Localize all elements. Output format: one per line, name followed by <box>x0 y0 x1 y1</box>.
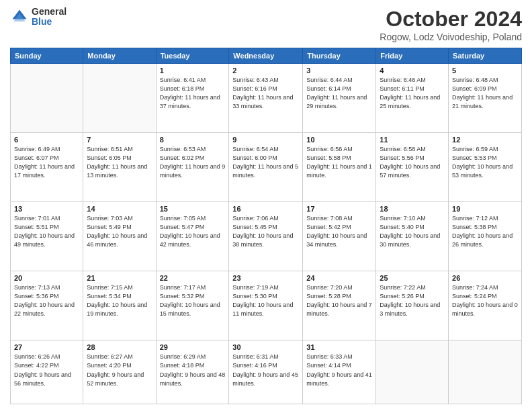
title-block: October 2024 Rogow, Lodz Voivodeship, Po… <box>380 7 522 42</box>
day-number: 28 <box>87 343 152 351</box>
calendar-week-row: 6Sunrise: 6:49 AMSunset: 6:07 PMDaylight… <box>11 133 522 202</box>
table-row: 2Sunrise: 6:43 AMSunset: 6:16 PMDaylight… <box>229 64 303 133</box>
logo: General Blue <box>10 7 66 28</box>
col-thursday: Thursday <box>303 48 376 64</box>
col-friday: Friday <box>376 48 449 64</box>
location: Rogow, Lodz Voivodeship, Poland <box>380 32 522 42</box>
col-saturday: Saturday <box>449 48 522 64</box>
table-row: 31Sunrise: 6:33 AMSunset: 4:14 PMDayligh… <box>303 340 376 404</box>
day-number: 20 <box>14 274 79 282</box>
logo-general-text: General <box>32 7 66 17</box>
calendar-week-row: 20Sunrise: 7:13 AMSunset: 5:36 PMDayligh… <box>11 271 522 340</box>
table-row: 28Sunrise: 6:27 AMSunset: 4:20 PMDayligh… <box>83 340 156 404</box>
month-title: October 2024 <box>380 7 522 32</box>
day-number: 29 <box>160 343 226 351</box>
table-row <box>83 64 156 133</box>
day-number: 31 <box>306 343 372 351</box>
day-detail: Sunrise: 6:26 AMSunset: 4:22 PMDaylight:… <box>14 353 79 387</box>
table-row: 3Sunrise: 6:44 AMSunset: 6:14 PMDaylight… <box>303 64 376 133</box>
calendar-table: Sunday Monday Tuesday Wednesday Thursday… <box>10 48 522 404</box>
day-number: 3 <box>306 66 372 75</box>
day-detail: Sunrise: 7:15 AMSunset: 5:34 PMDaylight:… <box>87 283 152 318</box>
logo-icon <box>10 7 29 26</box>
day-number: 11 <box>380 136 445 144</box>
table-row: 15Sunrise: 7:05 AMSunset: 5:47 PMDayligh… <box>156 202 229 271</box>
day-detail: Sunrise: 6:33 AMSunset: 4:14 PMDaylight:… <box>306 353 372 387</box>
table-row <box>11 64 83 133</box>
day-detail: Sunrise: 7:03 AMSunset: 5:49 PMDaylight:… <box>87 214 152 249</box>
table-row: 22Sunrise: 7:17 AMSunset: 5:32 PMDayligh… <box>156 271 229 340</box>
day-number: 5 <box>452 66 518 75</box>
day-detail: Sunrise: 7:08 AMSunset: 5:42 PMDaylight:… <box>306 214 372 249</box>
table-row: 1Sunrise: 6:41 AMSunset: 6:18 PMDaylight… <box>156 64 229 133</box>
calendar-week-row: 27Sunrise: 6:26 AMSunset: 4:22 PMDayligh… <box>11 340 522 404</box>
day-number: 10 <box>306 136 372 144</box>
day-number: 9 <box>232 136 299 144</box>
table-row: 7Sunrise: 6:51 AMSunset: 6:05 PMDaylight… <box>83 133 156 202</box>
day-detail: Sunrise: 7:12 AMSunset: 5:38 PMDaylight:… <box>452 214 518 249</box>
day-number: 23 <box>232 274 299 282</box>
day-number: 7 <box>87 136 152 144</box>
col-sunday: Sunday <box>11 48 83 64</box>
day-detail: Sunrise: 7:17 AMSunset: 5:32 PMDaylight:… <box>160 283 226 318</box>
day-detail: Sunrise: 6:27 AMSunset: 4:20 PMDaylight:… <box>87 353 152 387</box>
table-row: 16Sunrise: 7:06 AMSunset: 5:45 PMDayligh… <box>229 202 303 271</box>
day-number: 8 <box>160 136 226 144</box>
day-number: 12 <box>452 136 518 144</box>
col-wednesday: Wednesday <box>229 48 303 64</box>
day-detail: Sunrise: 7:10 AMSunset: 5:40 PMDaylight:… <box>380 214 445 249</box>
table-row: 30Sunrise: 6:31 AMSunset: 4:16 PMDayligh… <box>229 340 303 404</box>
table-row: 5Sunrise: 6:48 AMSunset: 6:09 PMDaylight… <box>449 64 522 133</box>
table-row: 27Sunrise: 6:26 AMSunset: 4:22 PMDayligh… <box>11 340 83 404</box>
day-detail: Sunrise: 6:43 AMSunset: 6:16 PMDaylight:… <box>232 76 299 111</box>
logo-blue-text: Blue <box>32 17 66 27</box>
day-detail: Sunrise: 6:54 AMSunset: 6:00 PMDaylight:… <box>232 145 299 180</box>
day-detail: Sunrise: 6:58 AMSunset: 5:56 PMDaylight:… <box>380 145 445 180</box>
day-number: 13 <box>14 205 79 213</box>
day-detail: Sunrise: 6:31 AMSunset: 4:16 PMDaylight:… <box>232 353 299 387</box>
table-row: 25Sunrise: 7:22 AMSunset: 5:26 PMDayligh… <box>376 271 449 340</box>
table-row: 19Sunrise: 7:12 AMSunset: 5:38 PMDayligh… <box>449 202 522 271</box>
table-row: 18Sunrise: 7:10 AMSunset: 5:40 PMDayligh… <box>376 202 449 271</box>
table-row: 26Sunrise: 7:24 AMSunset: 5:24 PMDayligh… <box>449 271 522 340</box>
day-number: 14 <box>87 205 152 213</box>
day-detail: Sunrise: 6:51 AMSunset: 6:05 PMDaylight:… <box>87 145 152 180</box>
day-number: 2 <box>232 66 299 75</box>
day-detail: Sunrise: 6:44 AMSunset: 6:14 PMDaylight:… <box>306 76 372 111</box>
day-number: 6 <box>14 136 79 144</box>
day-number: 22 <box>160 274 226 282</box>
day-number: 16 <box>232 205 299 213</box>
day-detail: Sunrise: 6:56 AMSunset: 5:58 PMDaylight:… <box>306 145 372 180</box>
day-detail: Sunrise: 6:48 AMSunset: 6:09 PMDaylight:… <box>452 76 518 111</box>
table-row <box>449 340 522 404</box>
table-row: 8Sunrise: 6:53 AMSunset: 6:02 PMDaylight… <box>156 133 229 202</box>
table-row <box>376 340 449 404</box>
day-detail: Sunrise: 7:01 AMSunset: 5:51 PMDaylight:… <box>14 214 79 249</box>
table-row: 17Sunrise: 7:08 AMSunset: 5:42 PMDayligh… <box>303 202 376 271</box>
page-header: General Blue October 2024 Rogow, Lodz Vo… <box>10 7 522 42</box>
table-row: 9Sunrise: 6:54 AMSunset: 6:00 PMDaylight… <box>229 133 303 202</box>
day-number: 18 <box>380 205 445 213</box>
table-row: 12Sunrise: 6:59 AMSunset: 5:53 PMDayligh… <box>449 133 522 202</box>
day-detail: Sunrise: 6:49 AMSunset: 6:07 PMDaylight:… <box>14 145 79 180</box>
table-row: 21Sunrise: 7:15 AMSunset: 5:34 PMDayligh… <box>83 271 156 340</box>
day-number: 1 <box>160 66 226 75</box>
day-detail: Sunrise: 7:13 AMSunset: 5:36 PMDaylight:… <box>14 283 79 318</box>
day-number: 4 <box>380 66 445 75</box>
day-detail: Sunrise: 7:20 AMSunset: 5:28 PMDaylight:… <box>306 283 372 318</box>
table-row: 6Sunrise: 6:49 AMSunset: 6:07 PMDaylight… <box>11 133 83 202</box>
table-row: 29Sunrise: 6:29 AMSunset: 4:18 PMDayligh… <box>156 340 229 404</box>
day-detail: Sunrise: 6:41 AMSunset: 6:18 PMDaylight:… <box>160 76 226 111</box>
calendar-week-row: 13Sunrise: 7:01 AMSunset: 5:51 PMDayligh… <box>11 202 522 271</box>
table-row: 13Sunrise: 7:01 AMSunset: 5:51 PMDayligh… <box>11 202 83 271</box>
day-number: 27 <box>14 343 79 351</box>
day-detail: Sunrise: 6:46 AMSunset: 6:11 PMDaylight:… <box>380 76 445 111</box>
day-detail: Sunrise: 7:19 AMSunset: 5:30 PMDaylight:… <box>232 283 299 318</box>
day-number: 30 <box>232 343 299 351</box>
day-number: 21 <box>87 274 152 282</box>
day-detail: Sunrise: 7:24 AMSunset: 5:24 PMDaylight:… <box>452 283 518 318</box>
col-monday: Monday <box>83 48 156 64</box>
calendar-week-row: 1Sunrise: 6:41 AMSunset: 6:18 PMDaylight… <box>11 64 522 133</box>
day-detail: Sunrise: 7:22 AMSunset: 5:26 PMDaylight:… <box>380 283 445 318</box>
day-number: 26 <box>452 274 518 282</box>
